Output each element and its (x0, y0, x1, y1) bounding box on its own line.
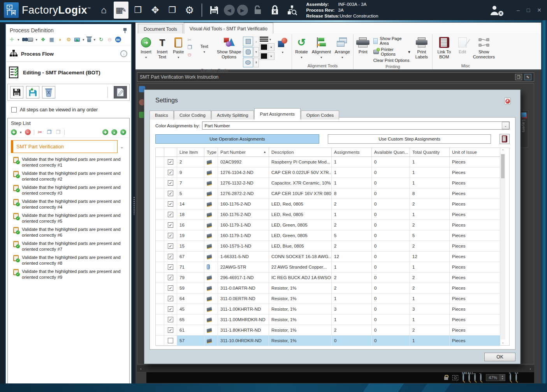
add-operation-icon[interactable]: ✚ (9, 37, 15, 42)
line-style-button[interactable]: ▾ (260, 37, 274, 42)
table-row[interactable]: ✓ 2 02AC9992 Raspberry Pi Compute Mod...… (156, 157, 500, 167)
table-row[interactable]: ✓ 16 160-1179-1-ND LED, Green, 0805 2 0 … (156, 220, 500, 230)
print-dropdown-icon[interactable]: ▾ (36, 38, 38, 42)
row-checkbox-cell[interactable]: ✓ (164, 167, 177, 178)
row-checkbox-cell[interactable]: ✓ (164, 220, 177, 230)
table-row[interactable]: ✓ 65 311-1.00MHRDKR-ND Resistor, 1% 1 0 … (156, 315, 500, 325)
table-row[interactable]: ✓ 71 22AWG-STR 22 AWG Stranded Copper...… (156, 262, 500, 272)
add-dropdown-icon[interactable]: ▾ (18, 38, 19, 42)
order-checkbox-row[interactable]: All steps can be viewed in any order (6, 102, 131, 116)
use-operation-assignments-button[interactable]: Use Operation Assignments (155, 134, 319, 144)
insert-text-button[interactable]: TInsert Text (154, 35, 170, 61)
shape-scroll-end-icon[interactable]: ⇟ (253, 58, 259, 67)
edit-page-icon[interactable]: ✎ (524, 74, 531, 80)
pin-icon[interactable] (123, 28, 127, 33)
part-number-header[interactable]: Part Number▲ (218, 148, 269, 156)
dialog-close-button[interactable]: ✗ (504, 98, 511, 104)
scroll-right-icon[interactable]: › (529, 366, 531, 371)
edit-document-button[interactable] (114, 86, 127, 98)
dialog-tab[interactable]: Option Codes (301, 111, 339, 120)
table-scrollbar[interactable]: ⌃ ⌄ (500, 148, 505, 345)
step-list-item[interactable]: Validate that the highlighted parts are … (8, 197, 129, 211)
row-checkbox[interactable]: ✓ (168, 275, 173, 280)
zoom-out-fast-button[interactable]: -- (474, 374, 476, 381)
row-checkbox-cell[interactable]: ✓ (164, 230, 177, 241)
shape-scroll-down-icon[interactable]: ▾ (253, 47, 259, 57)
row-checkbox[interactable]: ✓ (168, 306, 173, 312)
step-list-item[interactable]: Validate that the highlighted parts are … (8, 211, 129, 225)
remove-step-icon[interactable]: − (25, 129, 31, 135)
ok-button[interactable]: OK (484, 353, 515, 361)
table-row[interactable]: ✓ 61 311-1.80KHRTR-ND Resistor, 1% 2 0 2… (156, 325, 500, 336)
arrange-button[interactable]: Arrange▾ (333, 35, 352, 61)
step-list-item[interactable]: Validate that the highlighted parts are … (8, 169, 129, 183)
row-checkbox[interactable]: ✓ (168, 201, 173, 207)
row-checkbox-cell[interactable]: ✓ (164, 325, 177, 336)
zoom-100-button[interactable]: 100 (463, 374, 464, 381)
alert-bell-icon[interactable]: ◗ (57, 37, 63, 42)
copy-icon[interactable]: ❐ (46, 129, 52, 135)
delete-icon[interactable] (87, 37, 91, 42)
row-checkbox-cell[interactable]: ✓ (164, 283, 177, 294)
delete-dropdown-icon[interactable]: ▾ (94, 38, 96, 42)
use-custom-step-assignments-button[interactable]: Use Custom Step Assignments (328, 134, 491, 144)
row-checkbox[interactable]: ✓ (168, 327, 173, 333)
remove-icon[interactable]: ⊖ (107, 37, 113, 42)
table-row[interactable]: ✓ 19 160-1179-1-ND LED, Green, 0805 5 0 … (156, 230, 500, 241)
find-icon[interactable] (22, 38, 25, 41)
row-checkbox-cell[interactable] (164, 336, 177, 346)
zoom-level-control[interactable]: 47% ▲▼ (486, 374, 505, 381)
step-list-item[interactable]: Validate that the highlighted parts are … (8, 267, 129, 281)
table-row[interactable]: ✓ 9 1276-1104-2-ND CAP CER 0.022UF 50V X… (156, 167, 500, 178)
print-labels-button[interactable]: Print Labels (413, 35, 431, 61)
dialog-tab[interactable]: Activity Splitting (211, 111, 254, 120)
panel-splitter[interactable] (133, 24, 135, 386)
line-item-header[interactable]: Line Item (177, 148, 204, 156)
edit-button[interactable]: Edit (455, 35, 470, 56)
row-checkbox-cell[interactable]: ✓ (164, 294, 177, 304)
row-checkbox[interactable]: ✓ (168, 180, 173, 186)
paste-button[interactable]: Paste▾ (171, 35, 186, 61)
scroll-thumb[interactable] (501, 154, 505, 178)
ellipse-shape-button[interactable] (243, 58, 253, 67)
row-checkbox-cell[interactable]: ✓ (164, 188, 177, 199)
zoom-all-button[interactable]: ALL (468, 374, 470, 381)
zoom-spinner[interactable]: ▲▼ (500, 374, 505, 381)
zoom-in-button[interactable]: + (510, 374, 511, 381)
refresh-icon[interactable]: ↻ (98, 37, 104, 42)
table-row[interactable]: ✓ 79 296-46917-1-ND IC REG BUCK ADJ 1A 6… (156, 272, 500, 283)
row-checkbox[interactable] (168, 338, 173, 343)
paste-icon[interactable]: ❐ (55, 129, 61, 135)
settings-gear-icon[interactable]: ⚙ (182, 2, 197, 19)
print-button[interactable]: Print (355, 35, 371, 56)
fill-color-picker[interactable]: ▾ (260, 52, 274, 60)
type-header[interactable]: Type (204, 148, 218, 156)
row-checkbox[interactable]: ✓ (168, 170, 173, 175)
step-chevron-icon[interactable]: ⌄ (118, 144, 126, 149)
copy-icon[interactable]: ❐ (187, 44, 192, 50)
total-quantity-header[interactable]: Total Quantity (410, 148, 450, 156)
shuffle-icon[interactable]: ❖ (40, 37, 46, 42)
bom-view-button[interactable] (500, 134, 510, 144)
add-step-icon[interactable]: ✚ (11, 129, 17, 135)
row-checkbox[interactable]: ✓ (168, 243, 173, 249)
row-checkbox-cell[interactable]: ✓ (164, 304, 177, 315)
zoom-in-fast-button[interactable]: ++ (515, 374, 517, 381)
process-editor-icon[interactable]: ▦✎ (114, 2, 128, 19)
row-checkbox-cell[interactable]: ✓ (164, 315, 177, 325)
select-chevron-icon[interactable]: ⌄ (502, 122, 509, 129)
clear-print-options-button[interactable]: Clear Print Options (373, 58, 410, 63)
step-list-item[interactable]: Validate that the highlighted parts are … (8, 239, 129, 253)
scroll-down-icon[interactable]: ⌄ (500, 339, 505, 345)
insert-visual-aid-icon[interactable]: ❒ (131, 2, 146, 19)
show-page-area-button[interactable]: Show Page Area (373, 36, 410, 46)
rotate-button[interactable]: ↺Rotate▾ (294, 35, 310, 61)
documents-icon[interactable]: ❐ (165, 2, 180, 19)
row-checkbox[interactable]: ✓ (168, 191, 173, 196)
shape-scroll-up-icon[interactable]: ▴ (253, 37, 259, 46)
row-checkbox-cell[interactable]: ✓ (164, 262, 177, 272)
shape-3d-button[interactable]: ▾ (275, 35, 290, 56)
scroll-left-icon[interactable]: ‹ (140, 366, 142, 371)
collapse-icon[interactable]: ↓ (120, 50, 127, 57)
table-row[interactable]: ✓ 59 311-0.0ARTR-ND Resistor, 1% 2 0 2 P… (156, 283, 500, 294)
